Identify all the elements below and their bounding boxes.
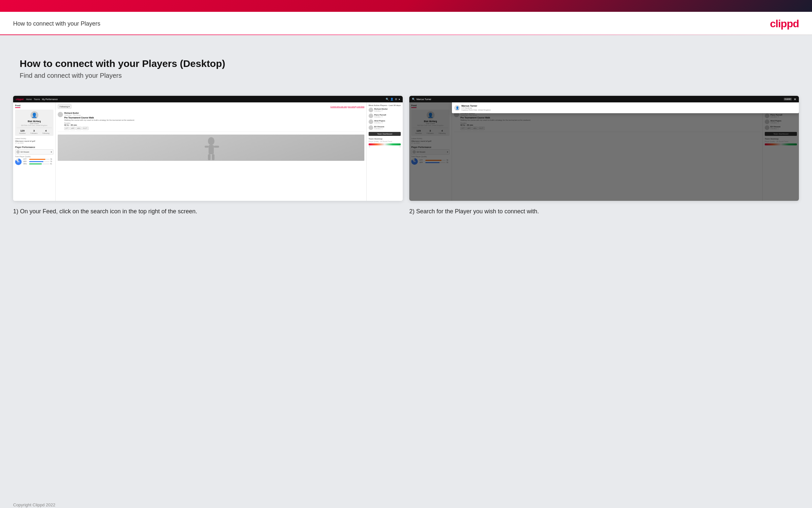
activity-tags: OTT APP ARG PUTT [64,127,364,130]
search-input-area: 🔍 Marcus Turner [412,98,782,101]
footer: Copyright Clippd 2022 [0,497,812,508]
active-player-2: Piers Parnell Activities: 4 [369,114,401,118]
player-performance-section: Player Performance Eli Vincent ▼ Total P… [15,146,53,165]
active-player-avatar-2 [369,114,373,118]
search-icon-2: 🔍 [412,98,415,101]
app-ui-2: 🔍 Marcus Turner CLEAR ✕ 👤 Marcus Turner … [409,96,799,201]
profile-name: Blair McHarg [17,120,52,122]
player-select-avatar [16,150,20,154]
center-panel-1: Following ▾ Control who can see your act… [56,102,367,201]
app-nav-1: clippd Home Teams My Performance 🔍 👤 ⚙ ● [13,96,403,102]
stat-activities: 129 Activities [19,129,26,134]
page-title: How to connect with your Players [13,20,100,27]
screenshot-1: clippd Home Teams My Performance 🔍 👤 ⚙ ● [13,96,403,201]
activity-user-avatar [58,112,63,117]
stat-followers: 3 Followers [31,129,37,134]
app-logo-1: clippd [16,98,23,101]
search-query[interactable]: Marcus Turner [417,98,431,100]
overlay [409,102,799,201]
golfer-image [58,134,364,161]
app-ui-1: clippd Home Teams My Performance 🔍 👤 ⚙ ● [13,96,403,201]
search-dropdown: 👤 Marcus Turner 1.5 Handicap Cypress Poi… [452,102,799,113]
svg-rect-4 [208,154,210,160]
step-section: 1) On your Feed, click on the search ico… [13,207,799,216]
copyright-text: Copyright Clippd 2022 [13,502,55,507]
nav-home[interactable]: Home [26,98,32,100]
svg-rect-2 [205,146,208,148]
screenshot-2: 🔍 Marcus Turner CLEAR ✕ 👤 Marcus Turner … [409,96,799,201]
search-result-avatar: 👤 [454,105,460,111]
dropdown-arrow-icon: ▼ [50,151,52,153]
stat-following: 4 Following [42,129,49,134]
score-circle: 84 [15,159,21,165]
clear-button[interactable]: CLEAR [784,98,792,100]
active-player-avatar-3 [369,120,373,124]
heatmap-bar [369,143,401,145]
main-content: How to connect with your Players (Deskto… [0,35,812,497]
nav-my-performance[interactable]: My Performance [42,98,58,100]
bar-app: APP 70 [23,161,53,162]
golfer-silhouette-bg [58,134,364,161]
feed-tab[interactable]: Feed [15,104,20,108]
top-bar [0,0,812,12]
team-heatmap-title: Team Heatmap [369,138,401,140]
step-2-text: 2) Search for the Player you wish to con… [409,207,799,216]
quality-bars: OTT 79 APP 70 [23,158,53,165]
settings-icon[interactable]: ⚙ [395,98,397,101]
heatmap-scale: -5 +5 [369,146,401,148]
profile-club: Mill Ride Golf Club, United Kingdom [17,124,52,126]
svg-point-0 [208,137,214,145]
left-panel-1: Feed Blair McHarg Golf Coach Mill Ride G… [13,102,56,201]
app-nav-icons-1: 🔍 👤 ⚙ ● [386,98,400,101]
nav-teams[interactable]: Teams [34,98,40,100]
app-nav-items-1: Home Teams My Performance [26,98,58,100]
latest-activity: Latest Activity Afternoon round of golf … [15,137,53,144]
app-body-1: Feed Blair McHarg Golf Coach Mill Ride G… [13,102,403,201]
search-result-marcus-turner[interactable]: 👤 Marcus Turner 1.5 Handicap Cypress Poi… [453,104,798,112]
active-player-avatar-4 [369,125,373,130]
team-dashboard-btn[interactable]: Team Dashboard [369,132,401,136]
step-1-text: 1) On your Feed, click on the search ico… [13,207,403,216]
bar-ott: OTT 79 [23,158,53,160]
search-bar-top: 🔍 Marcus Turner CLEAR ✕ [409,96,799,102]
player-select-dropdown[interactable]: Eli Vincent ▼ [15,149,53,155]
quality-score: 84 OTT 79 APP [15,158,53,165]
step-2-block: 2) Search for the Player you wish to con… [409,207,799,216]
hero-section: How to connect with your Players (Deskto… [13,48,799,89]
active-player-1: Richard Butler Activities: 7 [369,108,401,112]
activity-card-1: Richard Butler Yesterday - The Grove Pre… [58,110,364,132]
bar-arg: ARG 61 [23,163,53,165]
svg-rect-5 [212,154,214,160]
step-1-block: 1) On your Feed, click on the search ico… [13,207,403,216]
activity-card-content: Richard Butler Yesterday - The Grove Pre… [64,112,364,130]
profile-avatar-1 [31,111,38,119]
profile-icon[interactable]: 👤 [390,98,393,101]
header: How to connect with your Players clippd [0,12,812,35]
golfer-svg [198,134,224,161]
following-btn[interactable]: Following ▾ [58,104,71,109]
svg-rect-3 [214,146,219,148]
close-icon[interactable]: ✕ [794,97,796,101]
right-panel-1: Most Active Players - Last 30 days Richa… [367,102,403,201]
svg-rect-1 [208,145,214,154]
active-player-avatar-1 [369,108,373,112]
active-player-4: Eli Vincent Activities: 1 [369,125,401,130]
hero-subtitle: Find and connect with your Players [20,72,799,79]
search-icon[interactable]: 🔍 [386,98,389,101]
profile-stats: 129 Activities 3 Followers 4 Following [17,128,52,134]
following-bar: Following ▾ Control who can see your act… [58,104,364,109]
control-link[interactable]: Control who can see your activity and da… [330,106,364,108]
screenshots-row: clippd Home Teams My Performance 🔍 👤 ⚙ ● [13,96,799,201]
hero-title: How to connect with your Players (Deskto… [20,58,799,69]
avatar-icon[interactable]: ● [398,98,400,101]
profile-card-1: Blair McHarg Golf Coach Mill Ride Golf C… [15,110,53,136]
logo: clippd [770,18,799,30]
active-player-3: Hiral Pujara Activities: 3 [369,120,401,124]
